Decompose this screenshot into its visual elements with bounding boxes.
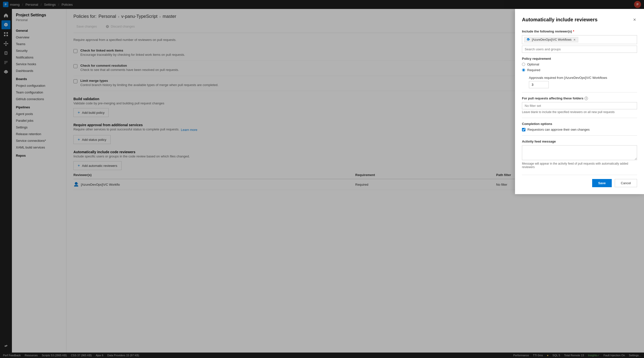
radio-required[interactable] — [522, 68, 525, 72]
search-users-groups-input[interactable] — [522, 46, 637, 53]
divider-2 — [522, 118, 637, 118]
completion-options-section: Completion options Requestors can approv… — [522, 122, 637, 131]
folder-filter-label: For pull requests affecting these folder… — [522, 96, 637, 100]
option-optional[interactable]: Optional — [522, 62, 637, 66]
folder-filter-section: For pull requests affecting these folder… — [522, 96, 637, 114]
tag-workflow-icon — [526, 38, 530, 42]
policy-req-label: Policy requirement — [522, 57, 637, 60]
approvals-number-input[interactable] — [529, 81, 549, 88]
requestors-approve-checkbox[interactable] — [522, 128, 526, 131]
modal-header: Automatically include reviewers × — [522, 16, 637, 23]
approvals-label: Approvals required from [AzureDevOps]\VC… — [529, 76, 637, 80]
folder-info-icon[interactable]: i — [584, 97, 588, 100]
radio-optional[interactable] — [522, 63, 525, 66]
reviewer-tag-text: [AzureDevOps]\VC Workflows — [532, 38, 572, 41]
auto-reviewers-modal: Automatically include reviewers × Includ… — [515, 9, 644, 194]
requestors-approve-option[interactable]: Requestors can approve their own changes — [522, 128, 637, 131]
completion-label: Completion options — [522, 122, 637, 126]
reviewer-tag: [AzureDevOps]\VC Workflows × — [524, 37, 578, 42]
required-star: * — [573, 29, 574, 33]
option-required[interactable]: Required — [522, 68, 637, 72]
activity-feed-label: Activity feed message — [522, 140, 637, 143]
modal-overlay: Automatically include reviewers × Includ… — [0, 0, 644, 358]
divider-1 — [522, 92, 637, 92]
modal-footer: Save Cancel — [522, 175, 637, 187]
folder-filter-hint: Leave blank to include the specified rev… — [522, 110, 637, 114]
divider-3 — [522, 135, 637, 136]
modal-title: Automatically include reviewers — [522, 17, 598, 22]
activity-feed-textarea[interactable] — [522, 145, 637, 160]
requestors-approve-label: Requestors can approve their own changes — [528, 128, 590, 131]
approvals-input-wrap: Approvals required from [AzureDevOps]\VC… — [529, 76, 637, 88]
activity-feed-hint: Message will appear in the activity feed… — [522, 162, 637, 169]
reviewer-tag-remove-button[interactable]: × — [573, 38, 576, 42]
option-required-label: Required — [527, 68, 540, 72]
option-optional-label: Optional — [527, 62, 539, 66]
modal-cancel-button[interactable]: Cancel — [615, 179, 637, 187]
reviewer-label: Include the following reviewer(s) * — [522, 29, 637, 33]
modal-save-button[interactable]: Save — [592, 179, 612, 187]
policy-req-radio-group: Optional Required — [522, 62, 637, 72]
modal-close-button[interactable]: × — [632, 16, 637, 23]
reviewer-tag-input[interactable]: [AzureDevOps]\VC Workflows × — [522, 35, 637, 44]
folder-filter-input[interactable] — [522, 102, 637, 109]
activity-feed-section: Activity feed message Message will appea… — [522, 140, 637, 169]
